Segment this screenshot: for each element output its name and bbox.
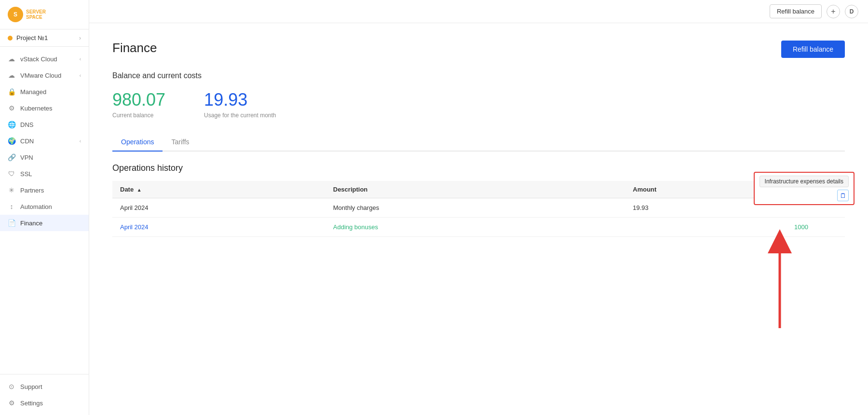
sidebar-item-label: Finance [20, 220, 42, 227]
topbar-refill-button[interactable]: Refill balance [770, 4, 822, 18]
project-label: Project №1 [16, 34, 75, 42]
topbar-plus-button[interactable]: + [827, 5, 840, 18]
chevron-down-icon: ‹ [80, 138, 81, 144]
cloud-icon: ☁ [8, 71, 15, 79]
sidebar-item-cdn[interactable]: 🌍 CDN ‹ [0, 133, 89, 149]
vpn-icon: 🔗 [8, 153, 15, 161]
sort-arrow-icon: ▲ [137, 187, 142, 193]
tooltip-text: Infrastructure expenses details [760, 176, 849, 187]
row-description: Monthly charges [326, 198, 625, 218]
sidebar-item-dns[interactable]: 🌐 DNS [0, 116, 89, 133]
sidebar-item-label: Partners [20, 187, 44, 194]
sidebar-item-label: vStack Cloud [20, 55, 57, 63]
sidebar-nav: ☁ vStack Cloud ‹ ☁ VMware Cloud ‹ 🔒 Mana… [0, 47, 89, 374]
col-date: Date ▲ [112, 181, 326, 198]
project-selector[interactable]: Project №1 › [0, 29, 89, 47]
col-description: Description [326, 181, 625, 198]
sidebar-item-settings[interactable]: ⚙ Settings [0, 395, 89, 411]
partners-icon: ✳ [8, 186, 15, 194]
current-balance-label: Current balance [112, 112, 165, 119]
main-wrapper: Refill balance + D Finance Refill balanc… [89, 0, 868, 415]
sidebar-item-label: Settings [20, 400, 43, 407]
sidebar-item-label: Automation [20, 203, 52, 210]
sidebar-item-vpn[interactable]: 🔗 VPN [0, 149, 89, 166]
topbar: Refill balance + D [89, 0, 868, 23]
sidebar-item-vmware[interactable]: ☁ VMware Cloud ‹ [0, 67, 89, 83]
finance-icon: 📄 [8, 219, 15, 227]
sidebar-item-label: Kubernetes [20, 105, 53, 112]
tabs: Operations Tariffs [112, 133, 845, 152]
globe-icon: 🌐 [8, 121, 15, 128]
lock-icon: 🔒 [8, 88, 15, 96]
chevron-right-icon: › [79, 35, 81, 42]
current-balance-card: 980.07 Current balance [112, 90, 165, 119]
sidebar-item-label: Support [20, 383, 42, 390]
balance-section: Balance and current costs 980.07 Current… [112, 71, 845, 119]
project-dot [8, 36, 13, 41]
sidebar-item-kubernetes[interactable]: ⚙ Kubernetes [0, 100, 89, 116]
sidebar-item-label: Managed [20, 88, 46, 96]
row-amount: 1000 [625, 218, 816, 237]
refill-balance-button[interactable]: Refill balance [781, 41, 845, 58]
content-area: Finance Refill balance Balance and curre… [89, 23, 868, 415]
logo-icon: S [8, 7, 23, 22]
row-description: Adding bonuses [326, 218, 625, 237]
row-date: April 2024 [112, 198, 326, 218]
settings-icon: ⚙ [8, 399, 15, 407]
sidebar-item-managed[interactable]: 🔒 Managed [0, 83, 89, 100]
sidebar-item-label: VPN [20, 154, 33, 161]
row-date[interactable]: April 2024 [112, 218, 326, 237]
gear-icon: ⚙ [8, 104, 15, 112]
chevron-down-icon: ‹ [80, 73, 81, 78]
sidebar-item-automation[interactable]: ↕ Automation [0, 198, 89, 215]
infrastructure-details-button[interactable]: 🗒 [837, 190, 849, 201]
section-title: Operations history [112, 163, 845, 173]
table-wrapper: Date ▲ Description Amount April 2024 Mon… [112, 181, 845, 237]
current-balance-value: 980.07 [112, 90, 165, 110]
sidebar: S SERVER SPACE Project №1 › ☁ vStack Clo… [0, 0, 89, 415]
sidebar-item-label: SSL [20, 170, 32, 178]
table-row: April 2024 Monthly charges 19.93 Infrast… [112, 198, 845, 218]
row-action-cell: Infrastructure expenses details 🗒 [816, 198, 845, 218]
shield-icon: 🛡 [8, 170, 15, 178]
logo-text: SERVER SPACE [26, 9, 46, 20]
network-icon: 🌍 [8, 137, 15, 145]
usage-balance-card: 19.93 Usage for the current month [204, 90, 276, 119]
topbar-avatar[interactable]: D [845, 5, 858, 18]
table-header-row: Date ▲ Description Amount [112, 181, 845, 198]
sidebar-bottom: ⊙ Support ⚙ Settings [0, 374, 89, 415]
tab-tariffs[interactable]: Tariffs [163, 133, 198, 152]
sidebar-item-label: CDN [20, 138, 34, 145]
row-action-cell-empty [816, 218, 845, 237]
sidebar-item-support[interactable]: ⊙ Support [0, 378, 89, 395]
balance-cards: 980.07 Current balance 19.93 Usage for t… [112, 90, 845, 119]
balance-subtitle: Balance and current costs [112, 71, 845, 80]
cloud-icon: ☁ [8, 55, 15, 63]
sidebar-item-ssl[interactable]: 🛡 SSL [0, 166, 89, 182]
logo-main: SERVER [26, 9, 46, 14]
sidebar-item-finance[interactable]: 📄 Finance [0, 215, 89, 231]
support-icon: ⊙ [8, 383, 15, 390]
sidebar-item-label: DNS [20, 121, 33, 128]
logo: S SERVER SPACE [0, 0, 89, 29]
operations-table: Date ▲ Description Amount April 2024 Mon… [112, 181, 845, 237]
automation-icon: ↕ [8, 203, 15, 210]
tab-operations[interactable]: Operations [112, 133, 163, 152]
usage-balance-label: Usage for the current month [204, 112, 276, 119]
table-row: April 2024 Adding bonuses 1000 [112, 218, 845, 237]
sidebar-item-vstack[interactable]: ☁ vStack Cloud ‹ [0, 51, 89, 67]
chevron-down-icon: ‹ [80, 56, 81, 62]
annotation-arrow [751, 227, 799, 335]
page-header: Finance Refill balance [112, 41, 845, 58]
usage-balance-value: 19.93 [204, 90, 276, 110]
sidebar-item-partners[interactable]: ✳ Partners [0, 182, 89, 198]
page-title: Finance [112, 41, 157, 55]
logo-sub: SPACE [26, 14, 46, 20]
sidebar-item-label: VMware Cloud [20, 72, 61, 79]
